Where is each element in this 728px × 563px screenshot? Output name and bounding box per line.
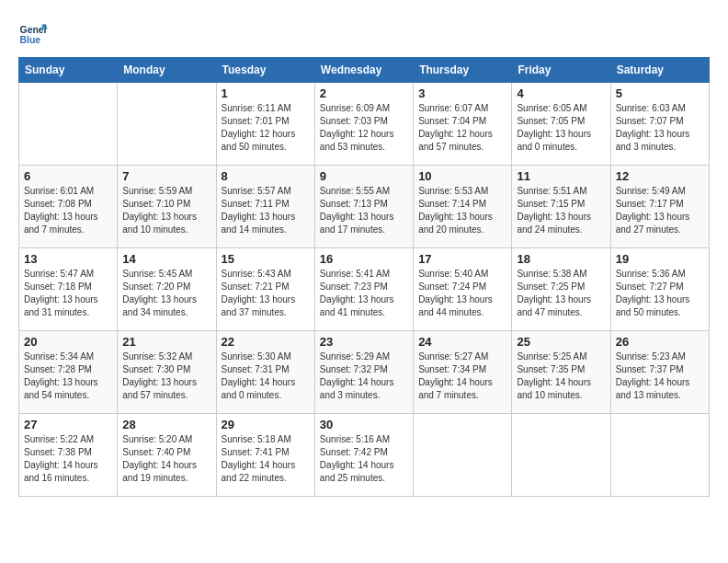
calendar-cell: 18Sunrise: 5:38 AM Sunset: 7:25 PM Dayli…	[512, 248, 610, 331]
day-number: 2	[320, 86, 408, 100]
day-number: 22	[222, 335, 310, 349]
calendar-cell: 10Sunrise: 5:53 AM Sunset: 7:14 PM Dayli…	[414, 166, 512, 248]
calendar-cell: 24Sunrise: 5:27 AM Sunset: 7:34 PM Dayli…	[414, 331, 512, 414]
day-detail: Sunrise: 6:05 AM Sunset: 7:05 PM Dayligh…	[517, 102, 605, 154]
calendar-cell	[512, 414, 610, 497]
day-number: 25	[517, 335, 605, 349]
day-number: 12	[616, 169, 704, 183]
week-row-2: 6Sunrise: 6:01 AM Sunset: 7:08 PM Daylig…	[19, 166, 710, 248]
day-number: 3	[418, 86, 506, 100]
day-number: 11	[517, 169, 605, 183]
day-detail: Sunrise: 5:41 AM Sunset: 7:23 PM Dayligh…	[320, 268, 408, 319]
day-number: 29	[222, 418, 310, 431]
calendar-cell: 5Sunrise: 6:03 AM Sunset: 7:07 PM Daylig…	[610, 83, 709, 166]
calendar-cell: 4Sunrise: 6:05 AM Sunset: 7:05 PM Daylig…	[512, 83, 610, 166]
day-detail: Sunrise: 5:29 AM Sunset: 7:32 PM Dayligh…	[320, 350, 408, 402]
day-detail: Sunrise: 5:34 AM Sunset: 7:28 PM Dayligh…	[24, 350, 112, 402]
day-number: 21	[122, 335, 210, 349]
calendar-cell: 19Sunrise: 5:36 AM Sunset: 7:27 PM Dayli…	[610, 248, 709, 331]
day-number: 16	[320, 252, 408, 266]
calendar-cell: 27Sunrise: 5:22 AM Sunset: 7:38 PM Dayli…	[19, 414, 118, 497]
day-number: 9	[320, 169, 408, 183]
day-detail: Sunrise: 5:22 AM Sunset: 7:38 PM Dayligh…	[24, 433, 112, 485]
day-detail: Sunrise: 6:09 AM Sunset: 7:03 PM Dayligh…	[320, 102, 408, 154]
day-number: 14	[122, 252, 210, 266]
calendar-cell	[414, 414, 512, 497]
day-detail: Sunrise: 5:36 AM Sunset: 7:27 PM Dayligh…	[616, 268, 704, 319]
calendar-cell: 20Sunrise: 5:34 AM Sunset: 7:28 PM Dayli…	[19, 331, 118, 414]
logo-icon: General Blue	[18, 18, 48, 48]
week-row-3: 13Sunrise: 5:47 AM Sunset: 7:18 PM Dayli…	[19, 248, 710, 331]
day-number: 23	[320, 335, 408, 349]
day-number: 30	[320, 418, 408, 431]
calendar-cell: 14Sunrise: 5:45 AM Sunset: 7:20 PM Dayli…	[118, 248, 216, 331]
day-detail: Sunrise: 5:23 AM Sunset: 7:37 PM Dayligh…	[616, 350, 704, 402]
calendar-cell	[118, 83, 216, 166]
day-header-wednesday: Wednesday	[314, 58, 413, 83]
day-number: 18	[517, 252, 605, 266]
calendar-cell: 1Sunrise: 6:11 AM Sunset: 7:01 PM Daylig…	[216, 83, 314, 166]
calendar-cell: 9Sunrise: 5:55 AM Sunset: 7:13 PM Daylig…	[314, 166, 413, 248]
day-header-thursday: Thursday	[414, 58, 512, 83]
calendar-cell: 2Sunrise: 6:09 AM Sunset: 7:03 PM Daylig…	[314, 83, 413, 166]
day-header-sunday: Sunday	[19, 58, 118, 83]
day-number: 6	[24, 169, 112, 183]
week-row-4: 20Sunrise: 5:34 AM Sunset: 7:28 PM Dayli…	[19, 331, 710, 414]
day-detail: Sunrise: 6:11 AM Sunset: 7:01 PM Dayligh…	[222, 102, 310, 154]
day-detail: Sunrise: 5:18 AM Sunset: 7:41 PM Dayligh…	[222, 433, 310, 485]
day-header-saturday: Saturday	[610, 58, 709, 83]
day-detail: Sunrise: 5:20 AM Sunset: 7:40 PM Dayligh…	[122, 433, 210, 485]
day-header-monday: Monday	[118, 58, 216, 83]
calendar-cell: 30Sunrise: 5:16 AM Sunset: 7:42 PM Dayli…	[314, 414, 413, 497]
calendar-cell: 16Sunrise: 5:41 AM Sunset: 7:23 PM Dayli…	[314, 248, 413, 331]
day-number: 27	[24, 418, 112, 431]
calendar-cell: 6Sunrise: 6:01 AM Sunset: 7:08 PM Daylig…	[19, 166, 118, 248]
day-detail: Sunrise: 5:30 AM Sunset: 7:31 PM Dayligh…	[222, 350, 310, 402]
day-detail: Sunrise: 5:25 AM Sunset: 7:35 PM Dayligh…	[517, 350, 605, 402]
day-detail: Sunrise: 6:01 AM Sunset: 7:08 PM Dayligh…	[24, 185, 112, 236]
day-number: 7	[122, 169, 210, 183]
calendar-cell: 28Sunrise: 5:20 AM Sunset: 7:40 PM Dayli…	[118, 414, 216, 497]
calendar-cell: 21Sunrise: 5:32 AM Sunset: 7:30 PM Dayli…	[118, 331, 216, 414]
day-number: 5	[616, 86, 704, 100]
day-number: 24	[418, 335, 506, 349]
calendar-cell	[610, 414, 709, 497]
day-number: 17	[418, 252, 506, 266]
calendar-table: SundayMondayTuesdayWednesdayThursdayFrid…	[18, 57, 710, 497]
day-detail: Sunrise: 5:47 AM Sunset: 7:18 PM Dayligh…	[24, 268, 112, 319]
day-detail: Sunrise: 5:57 AM Sunset: 7:11 PM Dayligh…	[222, 185, 310, 236]
calendar-cell: 8Sunrise: 5:57 AM Sunset: 7:11 PM Daylig…	[216, 166, 314, 248]
day-detail: Sunrise: 5:38 AM Sunset: 7:25 PM Dayligh…	[517, 268, 605, 319]
day-number: 28	[122, 418, 210, 431]
calendar-cell	[19, 83, 118, 166]
day-detail: Sunrise: 5:40 AM Sunset: 7:24 PM Dayligh…	[418, 268, 506, 319]
day-detail: Sunrise: 5:16 AM Sunset: 7:42 PM Dayligh…	[320, 433, 408, 485]
day-number: 13	[24, 252, 112, 266]
week-row-1: 1Sunrise: 6:11 AM Sunset: 7:01 PM Daylig…	[19, 83, 710, 166]
day-number: 26	[616, 335, 704, 349]
page-header: General Blue	[18, 18, 710, 48]
calendar-cell: 12Sunrise: 5:49 AM Sunset: 7:17 PM Dayli…	[610, 166, 709, 248]
day-header-friday: Friday	[512, 58, 610, 83]
day-detail: Sunrise: 6:07 AM Sunset: 7:04 PM Dayligh…	[418, 102, 506, 154]
day-number: 19	[616, 252, 704, 266]
calendar-cell: 26Sunrise: 5:23 AM Sunset: 7:37 PM Dayli…	[610, 331, 709, 414]
day-detail: Sunrise: 5:27 AM Sunset: 7:34 PM Dayligh…	[418, 350, 506, 402]
day-detail: Sunrise: 6:03 AM Sunset: 7:07 PM Dayligh…	[616, 102, 704, 154]
day-header-tuesday: Tuesday	[216, 58, 314, 83]
day-number: 10	[418, 169, 506, 183]
day-detail: Sunrise: 5:55 AM Sunset: 7:13 PM Dayligh…	[320, 185, 408, 236]
calendar-cell: 15Sunrise: 5:43 AM Sunset: 7:21 PM Dayli…	[216, 248, 314, 331]
calendar-cell: 11Sunrise: 5:51 AM Sunset: 7:15 PM Dayli…	[512, 166, 610, 248]
calendar-cell: 22Sunrise: 5:30 AM Sunset: 7:31 PM Dayli…	[216, 331, 314, 414]
day-detail: Sunrise: 5:32 AM Sunset: 7:30 PM Dayligh…	[122, 350, 210, 402]
calendar-cell: 29Sunrise: 5:18 AM Sunset: 7:41 PM Dayli…	[216, 414, 314, 497]
svg-text:Blue: Blue	[20, 35, 41, 45]
calendar-cell: 23Sunrise: 5:29 AM Sunset: 7:32 PM Dayli…	[314, 331, 413, 414]
calendar-cell: 3Sunrise: 6:07 AM Sunset: 7:04 PM Daylig…	[414, 83, 512, 166]
header-row: SundayMondayTuesdayWednesdayThursdayFrid…	[19, 58, 710, 83]
calendar-cell: 7Sunrise: 5:59 AM Sunset: 7:10 PM Daylig…	[118, 166, 216, 248]
day-detail: Sunrise: 5:49 AM Sunset: 7:17 PM Dayligh…	[616, 185, 704, 236]
day-number: 15	[222, 252, 310, 266]
day-detail: Sunrise: 5:53 AM Sunset: 7:14 PM Dayligh…	[418, 185, 506, 236]
